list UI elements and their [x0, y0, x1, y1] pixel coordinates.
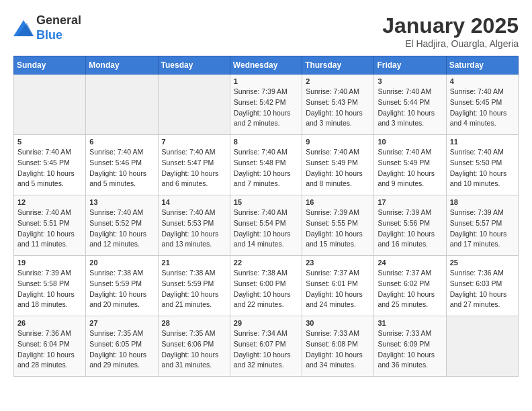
daylight-hours: Daylight: 10 hours and 10 minutes. — [450, 169, 507, 188]
sunrise-time: Sunrise: 7:36 AM — [17, 329, 71, 337]
sunrise-time: Sunrise: 7:35 AM — [162, 329, 216, 337]
calendar-cell: 5 Sunrise: 7:40 AM Sunset: 5:45 PM Dayli… — [14, 135, 86, 195]
daylight-hours: Daylight: 10 hours and 16 minutes. — [378, 230, 435, 248]
daylight-hours: Daylight: 10 hours and 2 minutes. — [234, 109, 291, 128]
sunset-time: Sunset: 5:44 PM — [378, 98, 430, 106]
day-info: Sunrise: 7:35 AM Sunset: 6:05 PM Dayligh… — [89, 328, 154, 371]
sunrise-time: Sunrise: 7:39 AM — [306, 208, 359, 216]
day-number: 21 — [162, 259, 226, 267]
day-info: Sunrise: 7:37 AM Sunset: 6:01 PM Dayligh… — [306, 268, 370, 310]
day-number: 29 — [234, 319, 298, 327]
sunset-time: Sunset: 5:57 PM — [450, 219, 502, 227]
day-info: Sunrise: 7:40 AM Sunset: 5:45 PM Dayligh… — [450, 87, 515, 129]
calendar-cell: 20 Sunrise: 7:38 AM Sunset: 5:59 PM Dayl… — [86, 256, 158, 316]
day-info: Sunrise: 7:36 AM Sunset: 6:03 PM Dayligh… — [450, 268, 515, 310]
daylight-hours: Daylight: 10 hours and 21 minutes. — [162, 290, 219, 309]
weekday-header: Saturday — [446, 56, 518, 75]
daylight-hours: Daylight: 10 hours and 24 minutes. — [306, 290, 363, 309]
day-number: 13 — [89, 198, 154, 206]
day-info: Sunrise: 7:39 AM Sunset: 5:58 PM Dayligh… — [17, 268, 82, 310]
sunrise-time: Sunrise: 7:40 AM — [450, 148, 504, 156]
daylight-hours: Daylight: 10 hours and 3 minutes. — [306, 109, 363, 128]
calendar-cell: 12 Sunrise: 7:40 AM Sunset: 5:51 PM Dayl… — [14, 195, 86, 256]
day-number: 9 — [306, 138, 370, 146]
sunrise-time: Sunrise: 7:36 AM — [450, 269, 504, 277]
day-info: Sunrise: 7:39 AM Sunset: 5:55 PM Dayligh… — [306, 208, 370, 250]
calendar-cell: 2 Sunrise: 7:40 AM Sunset: 5:43 PM Dayli… — [302, 75, 374, 135]
day-info: Sunrise: 7:34 AM Sunset: 6:07 PM Dayligh… — [234, 328, 298, 371]
sunset-time: Sunset: 5:59 PM — [89, 279, 142, 287]
daylight-hours: Daylight: 10 hours and 31 minutes. — [162, 351, 219, 369]
sunset-time: Sunset: 6:02 PM — [378, 279, 430, 287]
weekday-header: Wednesday — [230, 56, 302, 75]
daylight-hours: Daylight: 10 hours and 22 minutes. — [234, 290, 291, 309]
sunset-time: Sunset: 6:06 PM — [162, 340, 214, 348]
day-info: Sunrise: 7:40 AM Sunset: 5:44 PM Dayligh… — [378, 87, 442, 129]
calendar-cell: 18 Sunrise: 7:39 AM Sunset: 5:57 PM Dayl… — [446, 195, 518, 256]
daylight-hours: Daylight: 10 hours and 36 minutes. — [378, 351, 435, 369]
day-info: Sunrise: 7:39 AM Sunset: 5:56 PM Dayligh… — [378, 208, 442, 250]
sunrise-time: Sunrise: 7:40 AM — [162, 208, 216, 216]
calendar-cell: 9 Sunrise: 7:40 AM Sunset: 5:49 PM Dayli… — [302, 135, 374, 195]
weekday-header: Sunday — [14, 56, 86, 75]
calendar-week-row: 26 Sunrise: 7:36 AM Sunset: 6:04 PM Dayl… — [14, 316, 519, 377]
day-number: 27 — [89, 319, 154, 327]
day-number: 30 — [306, 319, 370, 327]
sunrise-time: Sunrise: 7:34 AM — [234, 329, 287, 337]
day-number: 12 — [17, 198, 82, 206]
day-number: 8 — [234, 138, 298, 146]
sunset-time: Sunset: 5:52 PM — [89, 219, 142, 227]
calendar-cell: 28 Sunrise: 7:35 AM Sunset: 6:06 PM Dayl… — [158, 316, 230, 377]
day-number: 17 — [378, 198, 442, 206]
day-info: Sunrise: 7:40 AM Sunset: 5:47 PM Dayligh… — [162, 147, 226, 189]
day-number: 26 — [17, 319, 82, 327]
sunrise-time: Sunrise: 7:38 AM — [234, 269, 287, 277]
sunset-time: Sunset: 5:46 PM — [89, 158, 142, 167]
sunset-time: Sunset: 5:49 PM — [378, 158, 430, 167]
daylight-hours: Daylight: 10 hours and 7 minutes. — [234, 169, 291, 188]
calendar-cell: 10 Sunrise: 7:40 AM Sunset: 5:49 PM Dayl… — [374, 135, 446, 195]
daylight-hours: Daylight: 10 hours and 11 minutes. — [17, 230, 75, 248]
weekday-header: Thursday — [302, 56, 374, 75]
daylight-hours: Daylight: 10 hours and 17 minutes. — [450, 230, 507, 248]
calendar-cell: 8 Sunrise: 7:40 AM Sunset: 5:48 PM Dayli… — [230, 135, 302, 195]
day-info: Sunrise: 7:40 AM Sunset: 5:43 PM Dayligh… — [306, 87, 370, 129]
daylight-hours: Daylight: 10 hours and 34 minutes. — [306, 351, 363, 369]
sunset-time: Sunset: 6:05 PM — [89, 340, 142, 348]
sunset-time: Sunset: 5:58 PM — [17, 279, 70, 287]
weekday-header: Monday — [86, 56, 158, 75]
weekday-header: Tuesday — [158, 56, 230, 75]
calendar-cell: 1 Sunrise: 7:39 AM Sunset: 5:42 PM Dayli… — [230, 75, 302, 135]
daylight-hours: Daylight: 10 hours and 29 minutes. — [89, 351, 146, 369]
sunrise-time: Sunrise: 7:35 AM — [89, 329, 143, 337]
daylight-hours: Daylight: 10 hours and 12 minutes. — [89, 230, 146, 248]
day-info: Sunrise: 7:40 AM Sunset: 5:49 PM Dayligh… — [306, 147, 370, 189]
daylight-hours: Daylight: 10 hours and 32 minutes. — [234, 351, 291, 369]
day-number: 18 — [450, 198, 515, 206]
day-number: 7 — [162, 138, 226, 146]
day-number: 15 — [234, 198, 298, 206]
day-info: Sunrise: 7:40 AM Sunset: 5:45 PM Dayligh… — [17, 147, 82, 189]
calendar-cell: 29 Sunrise: 7:34 AM Sunset: 6:07 PM Dayl… — [230, 316, 302, 377]
calendar-cell: 17 Sunrise: 7:39 AM Sunset: 5:56 PM Dayl… — [374, 195, 446, 256]
calendar-cell — [446, 316, 518, 377]
day-info: Sunrise: 7:40 AM Sunset: 5:53 PM Dayligh… — [162, 208, 226, 250]
day-number: 6 — [89, 138, 154, 146]
sunset-time: Sunset: 5:43 PM — [306, 98, 358, 106]
sunrise-time: Sunrise: 7:40 AM — [89, 148, 143, 156]
calendar-cell: 16 Sunrise: 7:39 AM Sunset: 5:55 PM Dayl… — [302, 195, 374, 256]
calendar-cell: 13 Sunrise: 7:40 AM Sunset: 5:52 PM Dayl… — [86, 195, 158, 256]
sunrise-time: Sunrise: 7:33 AM — [306, 329, 359, 337]
sunset-time: Sunset: 6:09 PM — [378, 340, 430, 348]
calendar-cell — [14, 75, 86, 135]
sunset-time: Sunset: 5:53 PM — [162, 219, 214, 227]
calendar-week-row: 12 Sunrise: 7:40 AM Sunset: 5:51 PM Dayl… — [14, 195, 519, 256]
calendar-cell: 27 Sunrise: 7:35 AM Sunset: 6:05 PM Dayl… — [86, 316, 158, 377]
sunset-time: Sunset: 6:07 PM — [234, 340, 286, 348]
sunset-time: Sunset: 6:01 PM — [306, 279, 358, 287]
day-number: 31 — [378, 319, 442, 327]
calendar-cell: 21 Sunrise: 7:38 AM Sunset: 5:59 PM Dayl… — [158, 256, 230, 316]
daylight-hours: Daylight: 10 hours and 8 minutes. — [306, 169, 363, 188]
day-number: 16 — [306, 198, 370, 206]
logo-blue: Blue — [36, 28, 62, 42]
